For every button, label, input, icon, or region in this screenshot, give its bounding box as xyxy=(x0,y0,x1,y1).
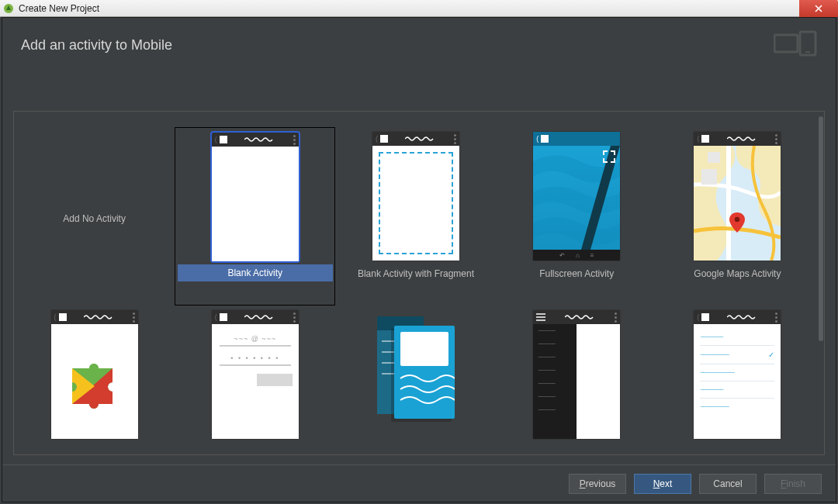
devices-icon xyxy=(774,30,817,60)
template-thumbnail: ( xyxy=(212,133,299,261)
check-icon: ✓ xyxy=(768,350,774,359)
template-blank-activity[interactable]: ( Blank Activity xyxy=(175,127,335,306)
template-settings[interactable]: ( ~~~~~~~~ ~~~~~~~~~~✓ ~~~~~~~~~~~~ ~~~~… xyxy=(657,306,818,454)
svg-rect-1 xyxy=(774,35,798,52)
password-placeholder-icon: • • • • • • • xyxy=(212,354,299,362)
map-pin-icon xyxy=(729,212,745,233)
template-thumbnail xyxy=(372,310,459,439)
cancel-button[interactable]: Cancel xyxy=(699,474,757,494)
previous-button[interactable]: Previous xyxy=(569,474,626,494)
scrollbar-thumb[interactable] xyxy=(819,116,823,341)
next-button[interactable]: Next xyxy=(634,474,691,494)
template-thumbnail: ( ~~~~~~~~ ~~~~~~~~~~✓ ~~~~~~~~~~~~ ~~~~… xyxy=(694,310,781,439)
fullscreen-icon xyxy=(603,150,615,166)
template-login[interactable]: ( ~~~ @ ~~~ • • • • • • • xyxy=(175,306,335,454)
template-thumbnail: ( xyxy=(51,310,138,439)
template-thumbnail: ( ~~~ @ ~~~ • • • • • • • xyxy=(212,310,299,439)
template-fullscreen[interactable]: ( ↶⌂≡ xyxy=(497,127,657,306)
finish-button[interactable]: Finish xyxy=(764,474,822,494)
window-title: Create New Project xyxy=(19,3,99,14)
svg-rect-3 xyxy=(805,51,810,53)
fragment-placeholder-icon xyxy=(379,152,453,254)
template-label: Blank Activity with Fragment xyxy=(350,268,482,279)
template-gallery-viewport: Add No Activity ( Blank Activity xyxy=(14,112,818,454)
template-gallery: Add No Activity ( Blank Activity xyxy=(13,111,825,455)
hamburger-icon xyxy=(536,313,545,321)
window-close-button[interactable] xyxy=(799,0,838,17)
template-label: Blank Activity xyxy=(178,264,333,281)
back-icon: ↶ xyxy=(559,252,565,259)
template-no-activity[interactable]: Add No Activity xyxy=(14,127,175,306)
template-thumbnail: ( ↶⌂≡ xyxy=(533,132,620,261)
template-nav-drawer[interactable]: ~~~~~~~~~~~~~~~~~~ ~~~~~~~~~~~~~~~~~~ ~~… xyxy=(497,306,657,454)
puzzle-icon xyxy=(51,324,138,439)
template-label: Fullscreen Activity xyxy=(511,268,642,279)
home-icon: ⌂ xyxy=(576,252,580,259)
template-play-services[interactable]: ( xyxy=(14,306,175,454)
template-label: Add No Activity xyxy=(63,213,126,224)
gallery-scrollbar[interactable] xyxy=(818,115,824,451)
template-google-maps[interactable]: ( xyxy=(657,127,818,306)
app-icon xyxy=(3,3,14,14)
email-placeholder-icon: ~~~ @ ~~~ xyxy=(212,335,299,343)
title-bar: Create New Project xyxy=(0,0,838,17)
template-label: Google Maps Activity xyxy=(671,268,803,279)
template-blank-fragment[interactable]: ( Blank Activity with Fragment xyxy=(335,127,496,306)
dialog-body: Add an activity to Mobile Add No Activit… xyxy=(2,17,836,502)
template-thumbnail: ( xyxy=(694,132,781,261)
dialog-footer: Previous Next Cancel Finish xyxy=(2,464,836,502)
svg-point-5 xyxy=(735,217,739,222)
template-master-detail[interactable] xyxy=(335,306,496,454)
dialog-header: Add an activity to Mobile xyxy=(2,18,836,69)
page-title: Add an activity to Mobile xyxy=(21,37,172,54)
login-button-placeholder xyxy=(257,374,293,386)
template-thumbnail: ( xyxy=(372,132,459,261)
recent-icon: ≡ xyxy=(590,252,594,259)
template-thumbnail: ~~~~~~~~~~~~~~~~~~ ~~~~~~~~~~~~~~~~~~ ~~… xyxy=(533,310,620,439)
